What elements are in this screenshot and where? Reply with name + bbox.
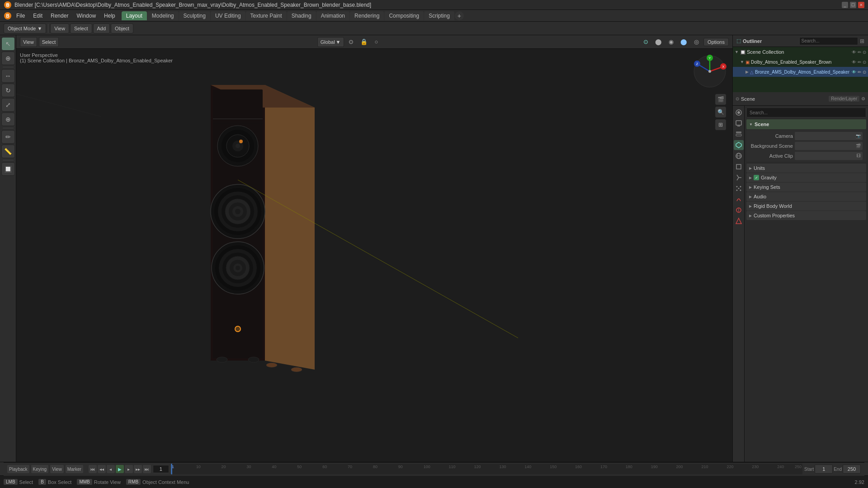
pivot-point-button[interactable]: ⊙	[346, 37, 357, 47]
object-menu[interactable]: Object	[111, 23, 133, 33]
lock-view-button[interactable]: 🔍	[715, 107, 726, 117]
prop-view-layer-icon[interactable]	[734, 129, 744, 139]
background-scene-value[interactable]: 🎬	[795, 142, 863, 150]
add-object-button[interactable]: 🔲	[1, 162, 15, 176]
workspace-tab-rendering[interactable]: Rendering	[350, 11, 384, 20]
viewport-select-menu[interactable]: Select	[39, 37, 59, 47]
move-tool-button[interactable]: ↔	[1, 69, 15, 83]
current-frame-indicator[interactable]: 1	[153, 465, 169, 473]
outliner-scene-collection[interactable]: ▼ 🔲 Scene Collection 👁 ✏ ⊙	[733, 47, 868, 57]
prop-object-icon[interactable]	[734, 162, 744, 172]
status-context-menu: RMB Object Context Menu	[126, 479, 189, 485]
workspace-tab-sculpting[interactable]: Sculpting	[179, 11, 210, 20]
view-menu[interactable]: View	[50, 23, 69, 33]
prop-world-icon[interactable]	[734, 151, 744, 161]
start-frame-input[interactable]	[815, 465, 833, 474]
workspace-tab-uv-editing[interactable]: UV Editing	[211, 11, 245, 20]
annotate-tool-button[interactable]: ✏	[1, 130, 15, 144]
workspace-tab-scripting[interactable]: Scripting	[424, 11, 454, 20]
workspace-tab-modeling[interactable]: Modeling	[147, 11, 179, 20]
play-forward-button[interactable]: ▸	[125, 465, 133, 473]
camera-value[interactable]: 📷	[795, 132, 863, 140]
outliner-search-input[interactable]	[799, 37, 859, 45]
maximize-button[interactable]: ☐	[850, 2, 856, 8]
minimize-button[interactable]: _	[842, 2, 848, 8]
prop-output-icon[interactable]	[734, 118, 744, 128]
play-back-button[interactable]: ◂	[107, 465, 115, 473]
properties-search-input[interactable]	[746, 108, 866, 117]
timeline-keying-menu[interactable]: Keying	[31, 465, 49, 473]
prop-particles-icon[interactable]	[734, 183, 744, 193]
svg-rect-100	[736, 134, 741, 136]
outliner-item-1[interactable]: ▼ ▣ Dolby_Atmos_Enabled_Speaker_Brown 👁 …	[733, 57, 868, 67]
add-menu[interactable]: Add	[93, 23, 110, 33]
menu-render[interactable]: Render	[47, 12, 72, 20]
workspace-tab-texture-paint[interactable]: Texture Paint	[246, 11, 287, 20]
menu-help[interactable]: Help	[100, 12, 119, 20]
window-controls[interactable]: _ ☐ ✕	[842, 2, 864, 8]
title-bar: B Blender [C:\Users\AMDA\Desktop\Dolby_A…	[0, 0, 868, 10]
workspace-tab-animation[interactable]: Animation	[316, 11, 349, 20]
transform-orientation[interactable]: Global ▼	[317, 37, 344, 47]
outliner-item-2[interactable]: ▶ △ Bronze_AMS_Dolby_Atmos_Enabled_Speak…	[733, 67, 868, 77]
scene-section-header[interactable]: ▼ Scene	[746, 119, 866, 129]
menu-file[interactable]: File	[13, 12, 28, 20]
play-button[interactable]: ▶	[116, 465, 124, 473]
menu-window[interactable]: Window	[73, 12, 99, 20]
close-button[interactable]: ✕	[858, 2, 864, 8]
timeline-marker-menu[interactable]: Marker	[66, 465, 83, 473]
units-section-header[interactable]: ▶ Units	[746, 164, 866, 173]
add-workspace-button[interactable]: +	[455, 11, 464, 20]
end-frame-input[interactable]	[843, 465, 861, 474]
workspace-tab-layout[interactable]: Layout	[122, 11, 147, 20]
timeline-view-menu[interactable]: View	[50, 465, 64, 473]
timeline-playback-menu[interactable]: Playback	[7, 465, 29, 473]
options-button[interactable]: Options	[703, 38, 729, 46]
mode-selector[interactable]: Object Mode ▼	[4, 23, 46, 33]
gravity-section-header[interactable]: ▶ ✓ Gravity	[746, 173, 866, 182]
audio-section-header[interactable]: ▶ Audio	[746, 192, 866, 201]
toggle-quad-view[interactable]: ⊞	[715, 119, 726, 130]
prop-render-icon[interactable]	[734, 108, 744, 117]
jump-end-button[interactable]: ⏭	[143, 465, 151, 473]
camera-view-button[interactable]: 🎬	[715, 94, 726, 105]
prop-object-data-icon[interactable]	[734, 216, 744, 226]
viewport-shading-wireframe[interactable]: ◎	[691, 37, 702, 47]
step-forward-button[interactable]: ▸▸	[134, 465, 142, 473]
gravity-checkbox[interactable]: ✓	[754, 175, 759, 180]
measure-tool-button[interactable]: 📏	[1, 145, 15, 158]
select-tool-button[interactable]: ↖	[1, 37, 15, 51]
show-overlays-button[interactable]: ⊙	[640, 37, 651, 47]
viewport-view-menu[interactable]: View	[20, 37, 37, 47]
snap-button[interactable]: 🔒	[359, 37, 369, 47]
prop-physics-icon[interactable]	[734, 194, 744, 204]
3d-viewport[interactable]: User Perspective (1) Scene Collection | …	[16, 49, 732, 462]
workspace-tab-shading[interactable]: Shading	[287, 11, 316, 20]
custom-properties-section-header[interactable]: ▶ Custom Properties	[746, 211, 866, 220]
transform-tool-button[interactable]: ⊕	[1, 113, 15, 126]
keying-sets-section-header[interactable]: ▶ Keying Sets	[746, 183, 866, 192]
active-clip-value[interactable]: 🎞	[795, 152, 863, 160]
prop-scene-icon[interactable]	[734, 140, 744, 150]
viewport-shading-rendered[interactable]: ⬤	[678, 37, 689, 47]
menu-edit[interactable]: Edit	[29, 12, 46, 20]
select-menu[interactable]: Select	[70, 23, 92, 33]
cursor-tool-button[interactable]: ⊕	[1, 52, 15, 65]
prop-constraints-icon[interactable]	[734, 205, 744, 215]
rigid-body-world-section-header[interactable]: ▶ Rigid Body World	[746, 202, 866, 211]
properties-settings-icon[interactable]: ⚙	[861, 96, 865, 101]
viewport-gizmo[interactable]: X Y Z	[692, 53, 728, 89]
step-back-button[interactable]: ◂◂	[98, 465, 106, 473]
workspace-tab-compositing[interactable]: Compositing	[384, 11, 424, 20]
outliner-filter-icon[interactable]: ⊞	[860, 38, 864, 44]
proportional-edit-button[interactable]: ○	[371, 37, 382, 47]
svg-marker-113	[736, 218, 741, 224]
rotate-tool-button[interactable]: ↻	[1, 84, 15, 97]
viewport-shading-material[interactable]: ◉	[665, 37, 676, 47]
scale-tool-button[interactable]: ⤢	[1, 98, 15, 112]
svg-point-93	[708, 70, 711, 73]
viewport-shading-solid[interactable]: ⬤	[653, 37, 664, 47]
frame-ruler[interactable]: 1 10 20 30 40 50 60 70 80 90 100 110 120…	[171, 464, 802, 474]
jump-start-button[interactable]: ⏮	[89, 465, 97, 473]
prop-modifier-icon[interactable]	[734, 173, 744, 183]
